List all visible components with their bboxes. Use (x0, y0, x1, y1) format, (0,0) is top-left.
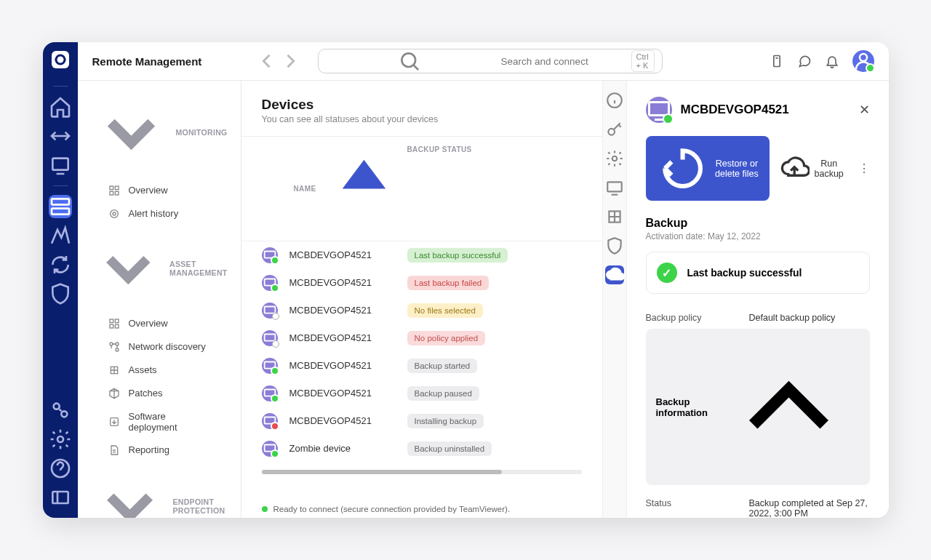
table-row[interactable]: Zombie deviceBackup uninstalled1,2 (241, 435, 602, 463)
chevron-down-icon (91, 92, 172, 173)
chevron-down-icon (91, 468, 169, 518)
table-row[interactable]: MCBDEVGOP4521Last backup failed43 (241, 269, 602, 297)
device-status-icon (262, 413, 278, 429)
svg-rect-43 (264, 361, 275, 368)
sidebar-item-label: Alert history (129, 208, 179, 219)
vstrip-monitor-icon[interactable] (605, 178, 624, 197)
rail-shield-icon[interactable] (49, 282, 72, 305)
device-name: MCBDEVGOP4521 (289, 249, 372, 260)
vstrip-grid-icon[interactable] (605, 207, 624, 226)
status-badge: Installing backup (407, 414, 484, 428)
table-row[interactable]: MCBDEVGOP4521Last backup successful120 (241, 241, 602, 269)
table-row[interactable]: MCBDEVGOP4521Backup started42 (241, 352, 602, 380)
dashboard-icon (108, 318, 120, 329)
table-row[interactable]: MCBDEVGOP4521Installing backup-- (241, 407, 602, 435)
detail-device-name: MCBDEVGOP4521 (681, 103, 789, 117)
nav-forward-icon[interactable] (280, 51, 300, 71)
table-row[interactable]: MCBDEVGOP4521No policy applied0 G (241, 324, 602, 352)
vstrip-info-icon[interactable] (605, 91, 624, 110)
deploy-icon (108, 416, 120, 428)
svg-point-6 (57, 436, 63, 442)
sidebar-item-assets[interactable]: Assets (84, 359, 235, 381)
more-actions-icon[interactable]: ⋮ (858, 161, 870, 175)
device-status-icon (262, 303, 278, 319)
svg-point-17 (113, 212, 116, 215)
sidebar-item-overview[interactable]: Overview (84, 313, 235, 335)
sidebar-item-network-discovery[interactable]: Network discovery (84, 336, 235, 358)
rail-home-icon[interactable] (49, 95, 72, 119)
vstrip-shield-icon[interactable] (605, 236, 624, 255)
rail-settings-icon[interactable] (49, 428, 72, 451)
rail-integrations-icon[interactable] (49, 399, 72, 422)
device-status-icon (262, 330, 278, 346)
horizontal-scrollbar[interactable] (262, 470, 582, 474)
status-badge: Backup started (407, 359, 478, 373)
sidebar-item-software-deployment[interactable]: Software deployment (84, 406, 235, 438)
svg-rect-21 (115, 324, 119, 328)
chat-icon[interactable] (797, 54, 812, 68)
device-name: Zombie device (289, 443, 351, 454)
svg-rect-18 (110, 319, 113, 323)
sidebar-section-monitoring[interactable]: MONITORING (78, 87, 241, 179)
table-row[interactable]: MCBDEVGOP4521Backup paused1,4 (241, 380, 602, 407)
info-row: StatusBackup completed at Sep 27, 2022, … (646, 492, 870, 518)
search-box[interactable]: Ctrl + K (318, 49, 663, 73)
sidebar-item-patches[interactable]: Patches (84, 383, 235, 404)
info-value: Backup completed at Sep 27, 2022, 3:00 P… (749, 498, 870, 518)
vstrip-gear-icon[interactable] (605, 149, 624, 168)
svg-rect-45 (264, 417, 275, 423)
svg-point-48 (608, 129, 615, 135)
policy-value: Default backup policy (749, 313, 870, 323)
activation-date: Activation date: May 12, 2022 (646, 231, 870, 241)
status-badge: No files selected (407, 303, 483, 318)
keyboard-shortcut: Ctrl + K (631, 50, 655, 72)
storage-value: 1,2 (553, 443, 602, 454)
restore-delete-button[interactable]: Restore or delete files (646, 136, 770, 201)
rail-collapse-icon[interactable] (49, 486, 72, 509)
svg-point-0 (56, 55, 65, 64)
nav-back-icon[interactable] (257, 51, 277, 71)
search-input[interactable] (501, 56, 624, 67)
bell-icon[interactable] (825, 54, 839, 68)
svg-rect-46 (264, 444, 275, 451)
package-icon (108, 388, 120, 399)
sidebar-item-overview[interactable]: Overview (84, 180, 235, 201)
user-avatar[interactable] (852, 50, 874, 72)
col-name-label[interactable]: NAME (294, 185, 316, 193)
sidebar-section-endpoint protection[interactable]: ENDPOINT PROTECTION (78, 462, 241, 518)
sidebar-section-asset management[interactable]: ASSET MANAGEMENT (78, 225, 241, 312)
storage-value: 42 (553, 360, 602, 371)
connection-status: Ready to connect (secure connection prov… (262, 505, 511, 513)
sort-asc-icon (321, 145, 407, 232)
chevron-down-icon (91, 231, 166, 306)
sidebar-item-alert-history[interactable]: Alert history (84, 203, 235, 225)
sidebar-item-reporting[interactable]: Reporting (84, 439, 235, 461)
vstrip-key-icon[interactable] (605, 120, 624, 139)
svg-point-24 (116, 343, 119, 345)
run-backup-button[interactable]: Run backup (780, 153, 844, 183)
svg-rect-3 (52, 209, 69, 215)
rail-network-icon[interactable] (49, 224, 72, 247)
devices-pane: Devices You can see all statuses about y… (241, 81, 602, 518)
clipboard-icon[interactable] (770, 54, 784, 68)
col-status-label[interactable]: BACKUP STATUS (407, 145, 472, 153)
svg-rect-50 (607, 182, 622, 191)
close-icon[interactable]: ✕ (859, 102, 870, 118)
device-name: MCBDEVGOP4521 (289, 415, 372, 426)
detail-device-icon (646, 97, 672, 123)
storage-value: 1,4 (553, 388, 602, 399)
rail-device-icon[interactable] (49, 153, 72, 177)
rail-backup-icon[interactable] (49, 195, 72, 218)
backup-info-accordion[interactable]: Backup information (646, 329, 870, 485)
sidebar: MONITORINGOverviewAlert historyASSET MAN… (78, 81, 241, 518)
rail-loop-icon[interactable] (49, 253, 72, 276)
app-logo-icon (52, 51, 69, 68)
vstrip-cloud-icon[interactable] (605, 265, 624, 284)
backup-section-title: Backup (646, 217, 870, 230)
svg-point-9 (402, 53, 416, 67)
table-row[interactable]: MCBDEVGOP4521No files selected0 G (241, 297, 602, 324)
storage-value: 120 (553, 249, 602, 260)
rail-help-icon[interactable] (49, 457, 72, 480)
device-name: MCBDEVGOP4521 (289, 277, 372, 288)
rail-transfer-icon[interactable] (49, 124, 72, 148)
